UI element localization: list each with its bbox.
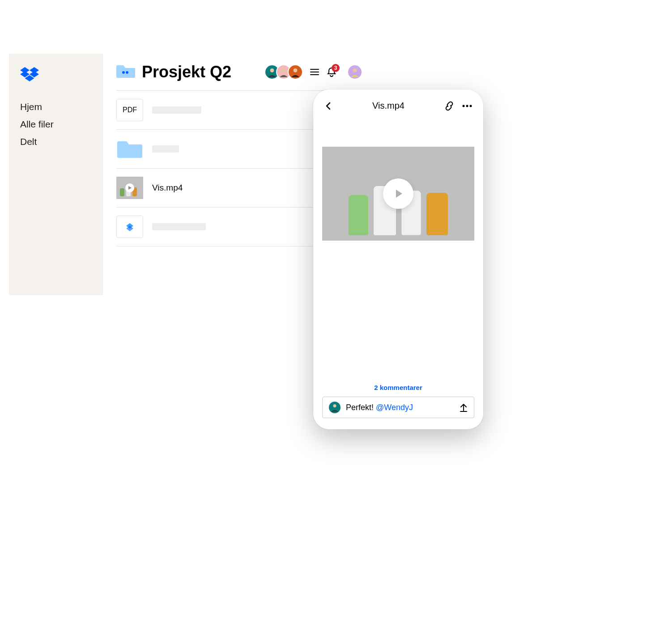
sidebar-nav: Hjem Alle filer Delt [20, 102, 92, 147]
back-button[interactable] [324, 102, 332, 110]
sidebar-item-all-files[interactable]: Alle filer [20, 119, 92, 130]
comment-text-content: Perfekt! [346, 403, 374, 412]
paper-file-icon [116, 216, 143, 238]
svg-point-4 [294, 68, 298, 72]
collaborator-avatar-group[interactable] [264, 64, 303, 80]
pdf-label: PDF [123, 106, 137, 114]
link-icon[interactable] [444, 101, 454, 111]
sidebar: Hjem Alle filer Delt [9, 54, 103, 295]
video-preview[interactable] [322, 147, 474, 241]
svg-point-18 [333, 404, 336, 407]
svg-point-15 [462, 105, 464, 107]
mobile-title: Vis.mp4 [372, 101, 405, 111]
menu-icon[interactable] [310, 67, 319, 77]
folder-header: Prosjekt Q2 3 [116, 63, 362, 90]
more-icon[interactable] [462, 105, 472, 107]
sidebar-item-home[interactable]: Hjem [20, 102, 92, 112]
svg-point-5 [353, 68, 357, 72]
svg-point-16 [466, 105, 468, 107]
avatar [288, 64, 303, 80]
file-name-placeholder [152, 106, 320, 114]
video-file-thumbnail [116, 177, 143, 199]
svg-rect-11 [120, 188, 124, 196]
mobile-app-window: Vis.mp4 2 kommentarer Perfekt! [313, 89, 483, 429]
pdf-file-icon: PDF [116, 99, 143, 121]
user-avatar[interactable] [347, 64, 362, 80]
comment-input[interactable]: Perfekt! @WendyJ [322, 397, 474, 418]
notifications-icon[interactable]: 3 [326, 67, 337, 77]
bottle-graphic [426, 193, 448, 235]
notification-badge: 3 [332, 64, 340, 72]
svg-point-0 [122, 71, 125, 74]
send-comment-button[interactable] [459, 402, 468, 412]
comment-text[interactable]: Perfekt! @WendyJ [346, 403, 454, 412]
page-title: Prosjekt Q2 [142, 63, 258, 81]
dropbox-logo-icon[interactable] [20, 67, 92, 86]
shared-folder-icon [116, 64, 135, 80]
file-name: Vis.mp4 [152, 183, 326, 193]
svg-point-1 [126, 71, 128, 74]
mobile-header: Vis.mp4 [322, 101, 474, 124]
sidebar-item-shared[interactable]: Delt [20, 136, 92, 147]
comments-count-link[interactable]: 2 kommentarer [322, 384, 474, 391]
play-button[interactable] [383, 178, 413, 209]
folder-icon [116, 138, 143, 160]
play-icon [125, 183, 134, 192]
commenter-avatar [328, 401, 341, 414]
svg-point-17 [469, 105, 472, 107]
bottle-graphic [349, 195, 368, 235]
svg-point-2 [270, 68, 274, 72]
svg-point-3 [282, 68, 286, 72]
comment-mention[interactable]: @WendyJ [376, 403, 413, 412]
